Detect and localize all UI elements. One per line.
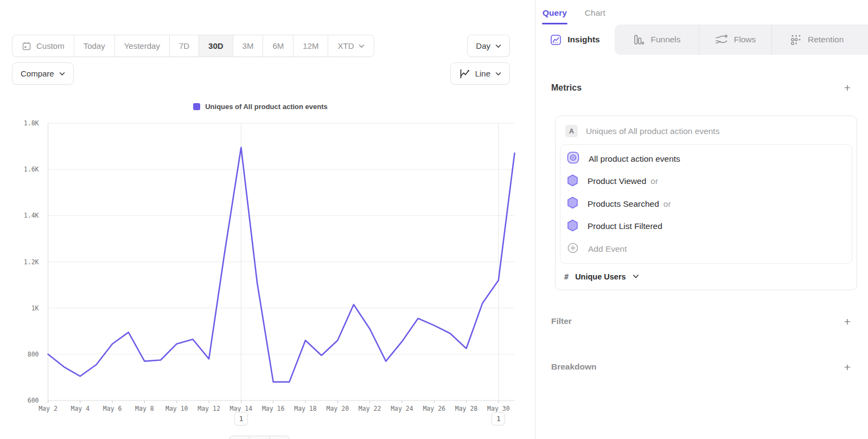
svg-text:1.6K: 1.6K <box>24 166 39 173</box>
tab-funnels[interactable]: Funnels <box>615 24 699 55</box>
svg-text:1.8K: 1.8K <box>24 119 39 127</box>
event-group-icon <box>567 151 579 166</box>
insights-report-page: Custom Today Yesterday 7D 30D 3M 6M 12M … <box>0 0 868 439</box>
event-row-products-searched[interactable]: Products Searched or <box>567 193 845 215</box>
svg-text:800: 800 <box>28 351 39 358</box>
metrics-section-header: Metrics + <box>551 82 851 93</box>
annotation-marker[interactable]: 1 <box>234 412 248 425</box>
chevron-down-icon <box>633 274 639 279</box>
event-hexagon-icon <box>567 196 578 211</box>
panel-tabs: Query Chart <box>535 0 868 24</box>
event-row-product-viewed[interactable]: Product Viewed or <box>567 170 845 193</box>
svg-text:1.2K: 1.2K <box>24 258 39 266</box>
event-row-all-product-action-events[interactable]: All product action events <box>567 148 845 170</box>
add-breakdown-button[interactable]: + <box>844 361 851 373</box>
breakdown-label: Breakdown <box>551 362 597 372</box>
filter-label: Filter <box>551 316 572 326</box>
metric-card: A Uniques of All product action events A… <box>555 116 857 290</box>
svg-text:May 8: May 8 <box>135 405 154 412</box>
svg-text:May 10: May 10 <box>165 405 188 412</box>
add-event-button[interactable]: Add Event <box>567 238 845 260</box>
chart-panel: Custom Today Yesterday 7D 30D 3M 6M 12M … <box>0 0 535 439</box>
svg-text:May 28: May 28 <box>455 405 478 412</box>
tab-insights[interactable]: Insights <box>535 24 615 55</box>
count-type-select[interactable]: # Unique Users <box>560 264 852 284</box>
add-metric-button[interactable]: + <box>844 82 851 93</box>
svg-text:May 14: May 14 <box>230 405 253 412</box>
query-panel: Query Chart Insights <box>535 0 868 439</box>
tab-retention[interactable]: Retention <box>771 24 868 55</box>
svg-text:1.4K: 1.4K <box>24 212 39 219</box>
svg-text:May 2: May 2 <box>39 405 58 412</box>
svg-text:1K: 1K <box>31 304 39 312</box>
svg-text:May 18: May 18 <box>294 405 317 412</box>
svg-text:May 24: May 24 <box>391 405 413 412</box>
svg-text:May 22: May 22 <box>359 405 381 412</box>
hidden-control-partial <box>229 436 289 439</box>
annotation-marker[interactable]: 1 <box>492 412 505 425</box>
svg-text:May 30: May 30 <box>487 405 510 412</box>
svg-text:May 6: May 6 <box>103 405 122 412</box>
svg-text:600: 600 <box>28 397 39 404</box>
event-row-product-list-filtered[interactable]: Product List Filtered <box>567 215 845 238</box>
flows-icon <box>715 34 728 45</box>
svg-text:May 4: May 4 <box>71 405 90 412</box>
series-title: Uniques of All product action events <box>586 126 719 136</box>
hash-icon: # <box>564 272 569 281</box>
svg-text:May 26: May 26 <box>423 405 445 412</box>
breakdown-section-header: Breakdown + <box>551 361 851 373</box>
metrics-title: Metrics <box>551 83 582 93</box>
svg-text:May 20: May 20 <box>327 405 349 412</box>
series-badge: A <box>565 125 578 137</box>
svg-text:May 16: May 16 <box>262 405 285 412</box>
funnels-icon <box>633 34 644 46</box>
tab-chart[interactable]: Chart <box>584 7 606 24</box>
tab-query[interactable]: Query <box>542 7 567 24</box>
line-chart[interactable]: 6008001K1.2K1.4K1.6K1.8KMay 2May 4May 6M… <box>0 0 535 439</box>
filter-section-header: Filter + <box>551 316 851 327</box>
event-list-card: All product action events Product Viewed… <box>560 144 852 264</box>
insights-icon <box>550 34 561 46</box>
add-filter-button[interactable]: + <box>844 316 851 327</box>
event-hexagon-icon <box>567 219 578 234</box>
svg-text:May 12: May 12 <box>197 405 220 412</box>
tab-flows[interactable]: Flows <box>699 24 771 55</box>
event-hexagon-icon <box>567 174 578 189</box>
metric-series-header[interactable]: A Uniques of All product action events <box>560 123 852 144</box>
add-circle-icon <box>567 242 579 256</box>
retention-icon <box>790 34 802 46</box>
report-type-tabs: Insights Funnels <box>535 24 868 55</box>
